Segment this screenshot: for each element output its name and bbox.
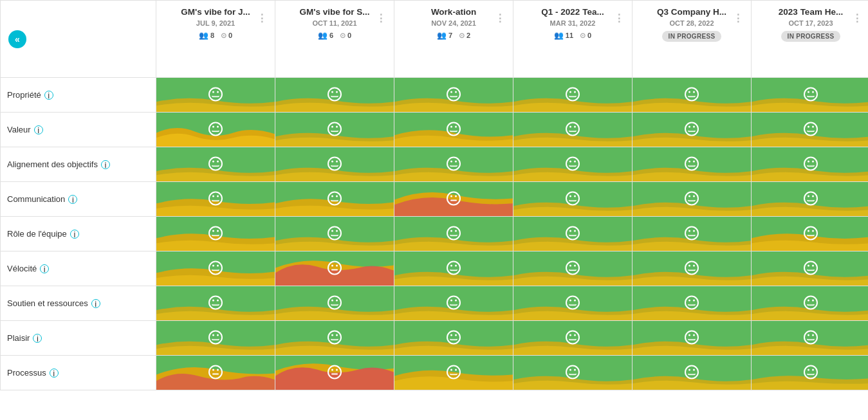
data-cell-r1-c2[interactable] [394,113,513,147]
data-cell-r6-c4[interactable] [633,286,752,321]
data-cell-r6-c0[interactable] [156,286,275,321]
col-menu-icon[interactable]: ⋮ [257,12,267,24]
info-icon[interactable]: i [40,264,49,273]
info-icon[interactable]: i [101,160,110,169]
data-cell-r2-c0[interactable] [156,147,275,182]
data-cell-r3-c1[interactable] [275,182,394,217]
info-icon[interactable]: i [68,195,77,204]
data-cell-r1-c5[interactable] [752,113,869,147]
header-label-cell: « [1,1,156,78]
smiley-icon [208,226,223,242]
data-cell-r2-c3[interactable] [513,147,633,182]
col-menu-icon[interactable]: ⋮ [733,12,743,24]
data-cell-r1-c4[interactable] [633,113,752,147]
data-cell-r4-c3[interactable] [513,217,633,251]
data-cell-r0-c1[interactable] [275,78,394,113]
data-cell-r7-c2[interactable] [394,321,513,356]
data-cell-r7-c0[interactable] [156,321,275,356]
data-cell-r5-c5[interactable] [752,251,869,286]
data-cell-r2-c2[interactable] [394,147,513,182]
attendees-icon: 👥 [318,31,328,40]
smiley-icon [447,226,461,242]
info-icon[interactable]: i [33,334,42,343]
col-menu-icon[interactable]: ⋮ [614,12,624,24]
col-menu-icon[interactable]: ⋮ [852,12,862,24]
header-col-5: 2023 Team He... OCT 17, 2023 IN PROGRESS… [752,1,869,78]
data-cell-r4-c4[interactable] [633,217,752,251]
smiley-icon [208,122,223,138]
data-cell-r8-c0[interactable] [156,356,275,390]
col-date: OCT 11, 2021 [279,19,390,27]
smiley-icon [447,191,461,207]
data-cell-r0-c3[interactable] [513,78,633,113]
data-cell-r1-c3[interactable] [513,113,633,147]
info-icon[interactable]: i [34,125,43,134]
data-cell-r2-c1[interactable] [275,147,394,182]
data-cell-r6-c1[interactable] [275,286,394,321]
data-cell-r0-c5[interactable] [752,78,869,113]
data-cell-r3-c4[interactable] [633,182,752,217]
data-cell-r8-c2[interactable] [394,356,513,390]
info-icon[interactable]: i [91,299,100,308]
data-cell-r5-c1[interactable] [275,251,394,286]
data-cell-r6-c2[interactable] [394,286,513,321]
col-menu-icon[interactable]: ⋮ [495,12,505,24]
data-cell-r0-c2[interactable] [394,78,513,113]
data-cell-r8-c1[interactable] [275,356,394,390]
data-cell-r6-c3[interactable] [513,286,633,321]
comments-meta: ⊙ 0 [221,32,232,40]
back-button[interactable]: « [8,30,26,48]
comments-icon: ⊙ [221,32,226,40]
data-cell-r8-c5[interactable] [752,356,869,390]
data-cell-r7-c4[interactable] [633,321,752,356]
data-cell-r8-c3[interactable] [513,356,633,390]
data-cell-r1-c1[interactable] [275,113,394,147]
info-icon[interactable]: i [50,369,59,378]
data-cell-r3-c5[interactable] [752,182,869,217]
smiley-icon [566,122,580,138]
smiley-icon [685,191,699,207]
attendees-count: 6 [329,32,333,39]
col-date: NOV 24, 2021 [398,19,509,27]
table-row: Vélocitéi [1,251,869,286]
smiley-icon [566,295,580,311]
smiley-icon [328,87,342,103]
data-cell-r0-c4[interactable] [633,78,752,113]
data-cell-r5-c2[interactable] [394,251,513,286]
data-cell-r2-c4[interactable] [633,147,752,182]
data-cell-r2-c5[interactable] [752,147,869,182]
data-cell-r4-c0[interactable] [156,217,275,251]
data-cell-r5-c4[interactable] [633,251,752,286]
data-cell-r3-c3[interactable] [513,182,633,217]
data-cell-r3-c0[interactable] [156,182,275,217]
comments-meta: ⊙ 2 [459,32,470,40]
col-date: OCT 17, 2023 [755,19,866,27]
smiley-icon [328,191,342,207]
smiley-icon [804,260,818,277]
label-cell-8: Processusi [1,356,156,390]
col-title: Q1 - 2022 Tea... [517,7,628,17]
smiley-icon [566,87,580,103]
data-cell-r8-c4[interactable] [633,356,752,390]
info-icon[interactable]: i [44,91,53,100]
attendees-icon: 👥 [437,31,447,40]
data-cell-r7-c1[interactable] [275,321,394,356]
data-cell-r4-c5[interactable] [752,217,869,251]
data-cell-r4-c1[interactable] [275,217,394,251]
data-cell-r5-c3[interactable] [513,251,633,286]
data-cell-r0-c0[interactable] [156,78,275,113]
info-icon[interactable]: i [70,230,79,239]
col-title: Work-ation [398,7,509,17]
data-cell-r3-c2[interactable] [394,182,513,217]
data-cell-r7-c5[interactable] [752,321,869,356]
data-cell-r1-c0[interactable] [156,113,275,147]
data-cell-r4-c2[interactable] [394,217,513,251]
comments-count: 0 [347,32,351,39]
smiley-icon [328,330,342,346]
col-menu-icon[interactable]: ⋮ [376,12,386,24]
data-cell-r6-c5[interactable] [752,286,869,321]
status-badge: IN PROGRESS [781,31,841,42]
data-cell-r7-c3[interactable] [513,321,633,356]
data-cell-r5-c0[interactable] [156,251,275,286]
col-meta: IN PROGRESS [755,31,866,42]
